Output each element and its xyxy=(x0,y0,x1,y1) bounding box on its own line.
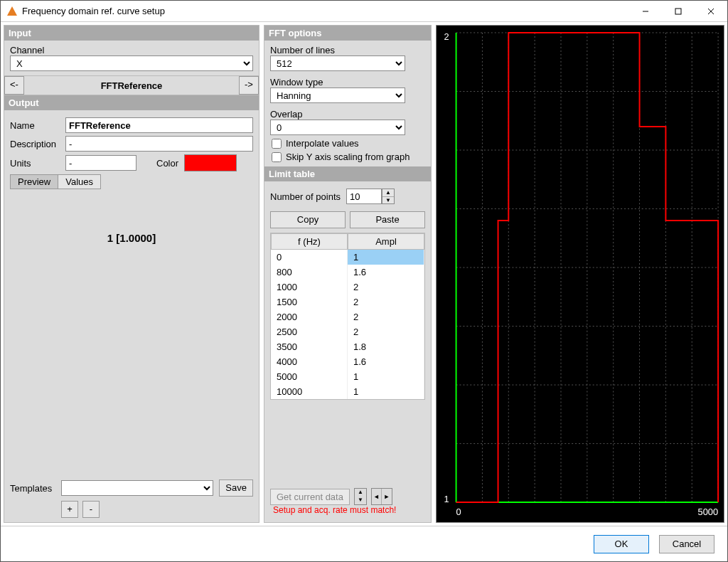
svg-text:1: 1 xyxy=(444,494,449,504)
warning-text: Setup and acq. rate must match! xyxy=(270,505,425,518)
next-button[interactable]: -> xyxy=(239,76,259,95)
minimize-button[interactable] xyxy=(629,1,662,21)
table-row[interactable]: 100001 xyxy=(271,384,424,399)
cell-freq[interactable]: 10000 xyxy=(271,384,348,399)
table-row[interactable]: 25002 xyxy=(271,324,424,339)
table-row[interactable]: 40001.6 xyxy=(271,354,424,369)
prev-button[interactable]: <- xyxy=(4,76,24,95)
close-button[interactable] xyxy=(695,1,727,21)
cell-ampl[interactable]: 1 xyxy=(348,250,424,265)
table-row[interactable]: 50001 xyxy=(271,369,424,384)
cell-freq[interactable]: 1500 xyxy=(271,295,348,309)
cell-ampl[interactable]: 2 xyxy=(348,324,424,339)
output-tabs: Preview Values xyxy=(10,174,101,189)
interpolate-checkbox[interactable] xyxy=(272,139,282,149)
cell-freq[interactable]: 2500 xyxy=(271,324,348,339)
window-type-label: Window type xyxy=(270,77,425,88)
cell-ampl[interactable]: 1.6 xyxy=(348,265,424,280)
copy-button[interactable]: Copy xyxy=(270,211,346,228)
points-label: Number of points xyxy=(270,191,341,202)
maximize-button[interactable] xyxy=(662,1,695,21)
color-swatch[interactable] xyxy=(184,154,237,171)
limit-table: f (Hz) Ampl 018001.610002150022000225002… xyxy=(270,233,425,400)
templates-select[interactable] xyxy=(61,480,213,496)
output-header: Output xyxy=(4,95,259,110)
table-row[interactable]: 35001.8 xyxy=(271,339,424,354)
svg-text:5000: 5000 xyxy=(698,507,718,517)
remove-template-button[interactable]: - xyxy=(82,501,100,518)
name-label: Name xyxy=(10,120,65,131)
save-template-button[interactable]: Save xyxy=(219,479,253,497)
paste-button[interactable]: Paste xyxy=(350,211,425,228)
table-row[interactable]: 15002 xyxy=(271,295,424,309)
reference-name: FFTReference xyxy=(24,80,239,91)
lines-select[interactable]: 512 xyxy=(270,55,405,71)
app-icon xyxy=(6,6,18,17)
cell-freq[interactable]: 1000 xyxy=(271,280,348,295)
table-row[interactable]: 20002 xyxy=(271,309,424,324)
templates-label: Templates xyxy=(10,483,61,494)
col-ampl-header[interactable]: Ampl xyxy=(348,233,424,250)
get-current-data-button[interactable]: Get current data xyxy=(270,489,350,505)
desc-input[interactable] xyxy=(65,136,253,152)
lines-label: Number of lines xyxy=(270,45,425,55)
desc-label: Description xyxy=(10,139,65,149)
ok-button[interactable]: OK xyxy=(594,535,649,553)
limit-header: Limit table xyxy=(264,166,431,181)
units-label: Units xyxy=(10,158,65,169)
cell-freq[interactable]: 800 xyxy=(271,265,348,280)
skipy-label: Skip Y axis scaling from graph xyxy=(286,152,410,162)
points-spinner[interactable]: ▲▼ xyxy=(382,189,395,204)
cell-ampl[interactable]: 1.6 xyxy=(348,354,424,369)
cell-ampl[interactable]: 1 xyxy=(348,369,424,384)
col-freq-header[interactable]: f (Hz) xyxy=(271,233,348,250)
units-input[interactable] xyxy=(65,155,136,171)
cell-ampl[interactable]: 1 xyxy=(348,384,424,399)
overlap-select[interactable]: 0 xyxy=(270,120,405,135)
chart-area[interactable]: 0500012 xyxy=(436,25,724,523)
cell-ampl[interactable]: 2 xyxy=(348,309,424,324)
preview-value: 1 [1.0000] xyxy=(10,232,253,244)
row-spinner[interactable]: ▲▼ xyxy=(354,488,367,505)
cell-ampl[interactable]: 2 xyxy=(348,295,424,309)
input-header: Input xyxy=(4,26,259,41)
svg-rect-2 xyxy=(675,9,681,14)
color-label: Color xyxy=(156,158,178,169)
cell-freq[interactable]: 2000 xyxy=(271,309,348,324)
window-type-select[interactable]: Hanning xyxy=(270,88,405,103)
window-title: Frequency domain ref. curve setup xyxy=(22,6,629,16)
col-arrows[interactable]: ◄► xyxy=(371,488,392,505)
interpolate-label: Interpolate values xyxy=(286,138,359,149)
points-input[interactable] xyxy=(346,189,382,204)
cell-ampl[interactable]: 2 xyxy=(348,280,424,295)
cell-ampl[interactable]: 1.8 xyxy=(348,339,424,354)
svg-marker-0 xyxy=(7,6,17,16)
skipy-checkbox[interactable] xyxy=(272,152,282,162)
cell-freq[interactable]: 3500 xyxy=(271,339,348,354)
channel-select[interactable]: X xyxy=(10,55,253,71)
titlebar: Frequency domain ref. curve setup xyxy=(1,1,727,22)
add-template-button[interactable]: + xyxy=(61,501,78,518)
svg-text:0: 0 xyxy=(456,507,461,517)
overlap-label: Overlap xyxy=(270,109,425,120)
tab-preview[interactable]: Preview xyxy=(11,175,58,189)
cell-freq[interactable]: 0 xyxy=(271,250,348,265)
cell-freq[interactable]: 5000 xyxy=(271,369,348,384)
cancel-button[interactable]: Cancel xyxy=(659,535,714,553)
name-input[interactable] xyxy=(65,117,253,133)
tab-values[interactable]: Values xyxy=(58,175,100,189)
table-row[interactable]: 8001.6 xyxy=(271,265,424,280)
table-row[interactable]: 01 xyxy=(271,250,424,265)
cell-freq[interactable]: 4000 xyxy=(271,354,348,369)
table-row[interactable]: 10002 xyxy=(271,280,424,295)
fft-header: FFT options xyxy=(264,26,431,41)
svg-text:2: 2 xyxy=(444,31,449,42)
channel-label: Channel xyxy=(10,45,253,55)
